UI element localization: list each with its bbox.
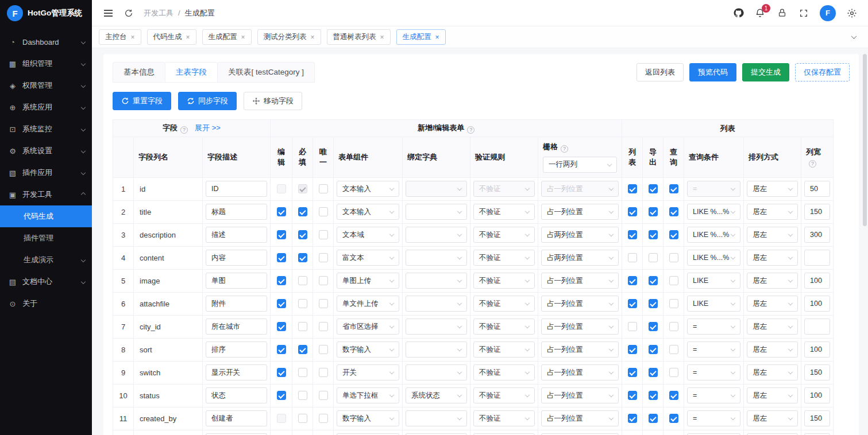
- app-logo[interactable]: F HotGo管理系统: [0, 0, 92, 26]
- user-avatar[interactable]: F: [820, 5, 836, 21]
- field-desc-input[interactable]: [206, 250, 267, 266]
- edit-checkbox[interactable]: [277, 345, 286, 354]
- unique-checkbox[interactable]: [319, 276, 328, 285]
- component-select[interactable]: 文本域: [337, 227, 399, 243]
- grid-select[interactable]: 占两列位置: [541, 227, 619, 243]
- unique-checkbox[interactable]: [319, 299, 328, 308]
- gear-icon[interactable]: [846, 7, 858, 19]
- edit-checkbox[interactable]: [277, 207, 286, 216]
- field-desc-input[interactable]: [206, 341, 267, 358]
- sidebar-item-system-app[interactable]: ⊕系统应用: [0, 96, 92, 118]
- export-checkbox[interactable]: [649, 207, 658, 216]
- page-tab-2[interactable]: 生成配置×: [202, 29, 252, 45]
- field-desc-input[interactable]: [206, 273, 267, 289]
- unique-checkbox[interactable]: [319, 207, 328, 216]
- align-select[interactable]: 居左: [747, 296, 798, 312]
- export-checkbox[interactable]: [649, 299, 658, 308]
- sidebar-item-permission[interactable]: ◈权限管理: [0, 75, 92, 96]
- required-checkbox[interactable]: [298, 322, 307, 331]
- width-input[interactable]: [804, 319, 830, 335]
- collapse-sidebar-icon[interactable]: [102, 7, 114, 19]
- sidebar-item-monitor[interactable]: ⊡系统监控: [0, 118, 92, 140]
- list-checkbox[interactable]: [628, 345, 637, 354]
- list-checkbox[interactable]: [628, 253, 637, 262]
- align-select[interactable]: 居左: [747, 364, 798, 380]
- lock-screen-icon[interactable]: [776, 7, 788, 19]
- close-icon[interactable]: ×: [131, 34, 135, 41]
- close-icon[interactable]: ×: [435, 34, 439, 41]
- sidebar-subitem-gen-demo[interactable]: 生成演示: [0, 249, 92, 271]
- condition-select[interactable]: =: [687, 410, 740, 426]
- query-checkbox[interactable]: [669, 345, 678, 354]
- close-icon[interactable]: ×: [380, 34, 384, 41]
- reset-fields-button[interactable]: 重置字段: [113, 92, 171, 110]
- export-checkbox[interactable]: [649, 253, 658, 262]
- field-desc-input[interactable]: [206, 204, 267, 220]
- required-checkbox[interactable]: [298, 276, 307, 285]
- query-checkbox[interactable]: [669, 414, 678, 423]
- sidebar-item-settings[interactable]: ⚙系统设置: [0, 140, 92, 162]
- field-desc-input[interactable]: [206, 296, 267, 312]
- unique-checkbox[interactable]: [319, 345, 328, 354]
- query-checkbox[interactable]: [669, 391, 678, 400]
- help-icon[interactable]: ?: [180, 126, 188, 134]
- breadcrumb-section[interactable]: 开发工具: [144, 8, 173, 18]
- query-checkbox[interactable]: [669, 368, 678, 377]
- sidebar-subitem-plugin-manage[interactable]: 插件管理: [0, 227, 92, 249]
- validation-select[interactable]: 不验证: [473, 364, 535, 380]
- condition-select[interactable]: =: [687, 387, 740, 403]
- list-checkbox[interactable]: [628, 184, 637, 193]
- preview-code-button[interactable]: 预览代码: [689, 63, 736, 81]
- field-desc-input[interactable]: [206, 227, 267, 243]
- component-select[interactable]: 数字输入: [337, 341, 399, 358]
- query-checkbox[interactable]: [669, 299, 678, 308]
- list-checkbox[interactable]: [628, 368, 637, 377]
- sidebar-item-organization[interactable]: ▦组织管理: [0, 53, 92, 75]
- list-checkbox[interactable]: [628, 414, 637, 423]
- list-checkbox[interactable]: [628, 299, 637, 308]
- unique-checkbox[interactable]: [319, 230, 328, 239]
- validation-select[interactable]: 不验证: [473, 319, 535, 335]
- required-checkbox[interactable]: [298, 207, 307, 216]
- edit-checkbox[interactable]: [277, 299, 286, 308]
- width-input[interactable]: [804, 250, 830, 266]
- panel-tab-basic[interactable]: 基本信息: [113, 62, 165, 83]
- field-desc-input[interactable]: [206, 181, 267, 197]
- required-checkbox[interactable]: [298, 299, 307, 308]
- dict-select[interactable]: [406, 364, 467, 380]
- submit-generate-button[interactable]: 提交生成: [742, 63, 789, 81]
- query-checkbox[interactable]: [669, 207, 678, 216]
- export-checkbox[interactable]: [649, 230, 658, 239]
- align-select[interactable]: 居左: [747, 227, 798, 243]
- width-input[interactable]: [804, 341, 830, 358]
- sidebar-subitem-code-gen[interactable]: 代码生成: [0, 205, 92, 227]
- edit-checkbox[interactable]: [277, 276, 286, 285]
- condition-select[interactable]: LIKE: [687, 296, 740, 312]
- list-checkbox[interactable]: [628, 391, 637, 400]
- grid-select[interactable]: 占一列位置: [541, 387, 619, 403]
- align-select[interactable]: 居左: [747, 410, 798, 426]
- back-to-list-button[interactable]: 返回列表: [636, 63, 684, 81]
- validation-select[interactable]: 不验证: [473, 204, 535, 220]
- grid-select[interactable]: 占一列位置: [541, 364, 619, 380]
- unique-checkbox[interactable]: [319, 184, 328, 193]
- page-tab-4[interactable]: 普通树表列表×: [327, 29, 391, 45]
- align-select[interactable]: 居左: [747, 204, 798, 220]
- condition-select[interactable]: LIKE %...%: [687, 204, 740, 220]
- width-input[interactable]: [804, 181, 830, 197]
- grid-select[interactable]: 占一列位置: [541, 296, 619, 312]
- page-tab-1[interactable]: 代码生成×: [147, 29, 196, 45]
- grid-select[interactable]: 占一列位置: [541, 319, 619, 335]
- export-checkbox[interactable]: [649, 391, 658, 400]
- field-desc-input[interactable]: [206, 319, 267, 335]
- component-select[interactable]: 文本输入: [337, 204, 399, 220]
- move-fields-button[interactable]: 移动字段: [244, 92, 302, 110]
- dict-select[interactable]: [406, 204, 467, 220]
- panel-tab-relation[interactable]: 关联表[ testCategory ]: [217, 62, 315, 83]
- tabs-menu-button[interactable]: [846, 30, 861, 45]
- align-select[interactable]: 居左: [747, 341, 798, 358]
- query-checkbox[interactable]: [669, 230, 678, 239]
- align-select[interactable]: 居左: [747, 387, 798, 403]
- page-scrollbar[interactable]: [863, 54, 867, 226]
- help-icon[interactable]: ?: [809, 160, 816, 168]
